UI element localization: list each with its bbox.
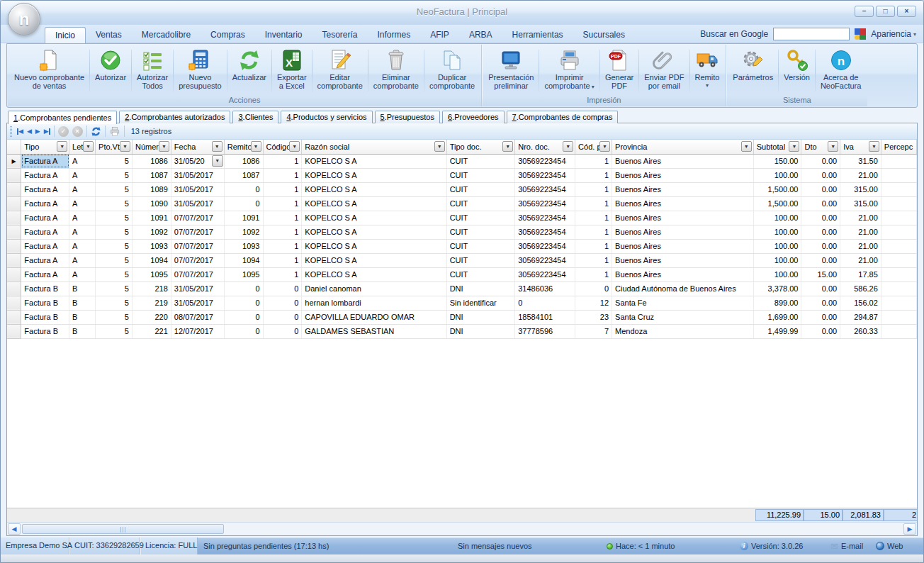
grid-cell[interactable]: 1086 [224,154,263,168]
grid-cell[interactable]: 1 [263,168,302,182]
web-link[interactable]: Web [876,537,903,554]
column-filter-icon[interactable]: ▼ [741,141,752,152]
grid-cell[interactable]: 219 [132,296,171,310]
grid-cell[interactable]: KOPELCO S A [302,168,446,182]
menu-tab-tesoreria[interactable]: Tesorería [312,27,367,43]
grid-cell[interactable]: 0 [224,310,263,324]
grid-cell[interactable]: 07/07/2017 [171,211,224,225]
grid-cell[interactable]: 07/07/2017 [171,225,224,239]
grid-cell[interactable]: A [69,196,96,211]
grid-cell[interactable]: 0 [224,296,263,310]
grid-cell[interactable]: 1095 [132,267,171,282]
grid-cell[interactable]: 23 [575,310,612,324]
row-selector[interactable] [7,211,21,225]
grid-cell[interactable]: Buenos Aires [612,168,754,182]
google-search-input[interactable] [773,28,850,40]
grid-cell[interactable]: 1 [263,239,302,253]
grid-cell[interactable]: 0.00 [801,310,840,324]
actualizar-button[interactable]: Actualizar [228,46,271,95]
grid-cell[interactable]: 0 [263,282,302,296]
grid-cell[interactable]: 0.00 [801,324,840,338]
grid-cell[interactable]: 5 [96,267,133,282]
grid-cell[interactable]: CUIT [446,253,515,267]
grid-cell[interactable]: Buenos Aires [612,196,754,211]
grid-cell[interactable]: Buenos Aires [612,211,754,225]
grid-cell[interactable]: Buenos Aires [612,253,754,267]
grid-cell[interactable]: 30569223454 [515,154,575,168]
menu-tab-inventario[interactable]: Inventario [255,27,312,43]
grid-cell[interactable] [881,296,916,310]
grid-cell[interactable]: A [69,168,96,182]
grid-cell[interactable]: KOPELCO S A [302,211,446,225]
grid-cell[interactable] [881,239,916,253]
grid-cell[interactable]: 5 [96,225,133,239]
grid-cell[interactable]: Ciudad Autónoma de Buenos Aires [612,282,754,296]
grid-cell[interactable]: 5 [96,282,133,296]
grid-cell[interactable]: 5 [96,324,133,338]
grid-cell[interactable]: 1091 [224,211,263,225]
grid-cell[interactable]: CAPOVILLA EDUARDO OMAR [302,310,446,324]
grid-cell[interactable]: Factura A [21,239,69,253]
grid-cell[interactable]: B [69,296,96,310]
editar-comprobante-button[interactable]: Editarcomprobante [313,46,367,95]
grid-cell[interactable]: 0.00 [801,239,840,253]
grid-cell[interactable]: 07/07/2017 [171,253,224,267]
grid-cell[interactable]: 30569223454 [515,225,575,239]
grid-cell[interactable]: 294.87 [840,310,881,324]
grid-cell[interactable]: 5 [96,154,133,168]
grid-cell[interactable]: 5 [96,239,133,253]
grid-cell[interactable]: 1,699.00 [753,310,801,324]
grid-cell[interactable]: 1 [575,154,612,168]
grid-cell[interactable]: KOPELCO S A [302,225,446,239]
grid-cell[interactable]: hernan lombardi [302,296,446,310]
grid-cell[interactable]: 100.00 [753,239,801,253]
grid-cell[interactable]: 0 [263,296,302,310]
scroll-left-button[interactable]: ◀ [8,523,21,535]
grid-cell[interactable]: 150.00 [753,154,801,168]
grid-cell[interactable]: Mendoza [612,324,754,338]
grid-cell[interactable]: 7 [575,324,612,338]
grid-cell[interactable]: 100.00 [753,267,801,282]
grid-cell[interactable]: 1091 [132,211,171,225]
menu-tab-mercadolibre[interactable]: Mercadolibre [132,27,201,43]
menu-tab-ventas[interactable]: Ventas [86,27,132,43]
duplicar-comprobante-button[interactable]: Duplicarcomprobante [425,46,479,95]
version-button[interactable]: Versión [779,46,814,95]
remito-button[interactable]: Remito▾ [691,46,724,95]
grid-cell[interactable]: 0.00 [801,182,840,196]
grid-cell[interactable]: 5 [96,310,133,324]
grid-cell[interactable]: 30569223454 [515,196,575,211]
grid-cell[interactable]: Factura B [21,324,69,338]
tab-1-comprobantes-pendientes[interactable]: 1.Comprobantes pendientes [8,111,117,124]
google-icon[interactable] [855,28,866,40]
grid-cell[interactable]: 08/07/2017 [171,310,224,324]
grid-cell[interactable]: A [69,225,96,239]
grid-cell[interactable]: 30569223454 [515,182,575,196]
grid-cell[interactable]: 220 [132,310,171,324]
grid-cell[interactable]: 12/07/2017 [171,324,224,338]
grid-cell[interactable]: A [69,211,96,225]
grid-cell[interactable] [881,196,916,211]
column-filter-icon[interactable]: ▼ [502,141,513,152]
grid-cell[interactable]: 1 [575,253,612,267]
grid-cell[interactable]: 1093 [224,239,263,253]
row-selector[interactable] [7,267,21,282]
grid-cell[interactable]: Factura B [21,282,69,296]
grid-cell[interactable]: 5 [96,296,133,310]
grid-cell[interactable]: 218 [132,282,171,296]
print-grid-button[interactable] [109,126,120,137]
app-logo-button[interactable]: n [8,3,40,35]
grid-cell[interactable] [881,211,916,225]
grid-cell[interactable]: 1094 [224,253,263,267]
grid-cell[interactable]: 5 [96,253,133,267]
grid-cell[interactable]: 17.85 [840,267,881,282]
grid-cell[interactable]: B [69,310,96,324]
row-selector[interactable] [7,324,21,338]
column-header-provincia[interactable]: Provincia▼ [612,140,754,154]
menu-tab-arba[interactable]: ARBA [459,27,502,43]
grid-cell[interactable]: Buenos Aires [612,239,754,253]
menu-tab-inicio[interactable]: Inicio [45,27,86,43]
maximize-button[interactable]: □ [876,6,895,17]
grid-cell[interactable]: 0 [224,324,263,338]
grid-cell[interactable]: 21.00 [840,211,881,225]
